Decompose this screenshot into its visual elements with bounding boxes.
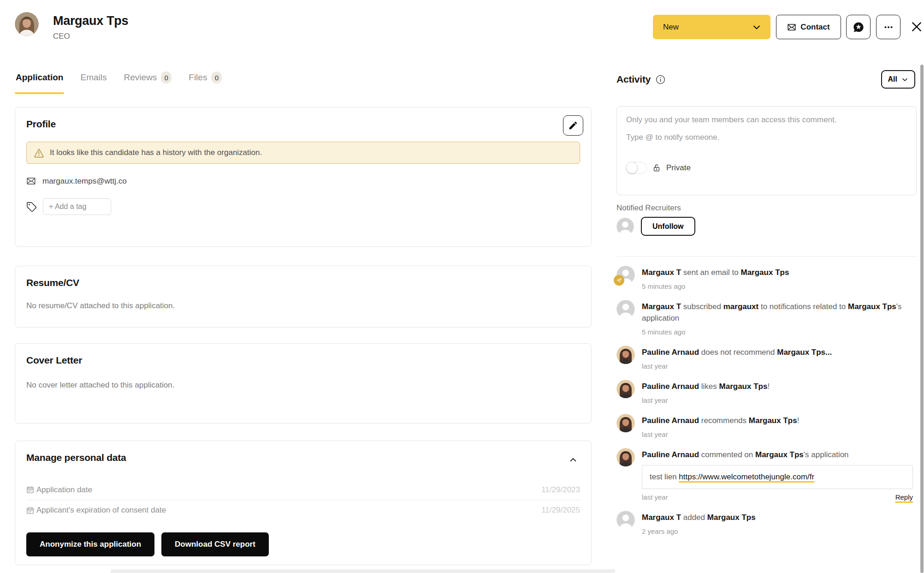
profile-title: Profile [26, 119, 580, 130]
candidate-role: CEO [53, 32, 128, 41]
resume-empty-text: No resume/CV attached to this applicatio… [26, 301, 580, 310]
cover-letter-empty-text: No cover letter attached to this applica… [26, 381, 580, 390]
activity-feed: Margaux T sent an email to Margaux Tps 5… [616, 266, 917, 535]
activity-comment-box: test lien https://www.welcometothejungle… [642, 465, 913, 489]
edit-profile-button[interactable] [563, 115, 583, 136]
consent-expiration-row: Applicant's expiration of consent date 1… [26, 500, 580, 520]
review-button[interactable] [846, 15, 871, 39]
candidate-photo [15, 12, 39, 36]
candidate-avatar [15, 12, 39, 36]
resume-title: Resume/CV [26, 277, 580, 288]
unfollow-button[interactable]: Unfollow [641, 217, 695, 236]
activity-avatar [616, 300, 635, 318]
application-date-row: Application date 11/29/2023 [26, 480, 580, 500]
collapse-section-button[interactable] [566, 453, 580, 467]
download-csv-button[interactable]: Download CSV report [161, 532, 269, 556]
warning-text: It looks like this candidate has a histo… [50, 148, 262, 157]
pauline-photo-avatar [616, 414, 635, 432]
reviews-count-badge: 0 [161, 72, 172, 84]
more-actions-button[interactable] [876, 15, 900, 39]
activity-item: Margaux T added Margaux Tps 2 years ago [616, 511, 917, 535]
tag-icon [26, 202, 37, 212]
scrollbar-thumb[interactable] [920, 65, 924, 573]
application-date-value: 11/29/2023 [541, 485, 580, 495]
activity-text: Margaux T added Margaux Tps [642, 512, 917, 523]
activity-timestamp: last year [642, 396, 668, 404]
personal-data-title: Manage personal data [26, 452, 126, 463]
chevron-up-icon [568, 455, 578, 465]
private-toggle[interactable] [626, 162, 647, 174]
composer-placeholder-2: Type @ to notify someone. [626, 132, 907, 143]
anonymize-button[interactable]: Anonymize this application [26, 532, 154, 556]
close-icon [911, 21, 923, 33]
activity-text: Margaux T subscribed margauxt to notific… [642, 301, 917, 324]
person-placeholder-icon [616, 218, 634, 235]
envelope-icon [26, 176, 36, 186]
pauline-photo-avatar [616, 380, 635, 398]
activity-item: Margaux T sent an email to Margaux Tps 5… [616, 266, 917, 290]
activity-avatar [616, 448, 635, 466]
activity-avatar [616, 414, 635, 432]
stage-dropdown-button[interactable]: New [653, 15, 770, 39]
activity-avatar [616, 511, 635, 529]
activity-title: Activity [616, 74, 651, 85]
consent-expiration-label: Applicant's expiration of consent date [36, 506, 166, 515]
files-count-badge: 0 [211, 72, 222, 84]
pauline-photo-avatar [616, 448, 635, 466]
comment-link[interactable]: https://www.welcometothejungle.com/fr [679, 472, 814, 481]
activity-timestamp: last year [642, 362, 668, 370]
activity-item: Pauline Arnaud does not recommend Margau… [616, 346, 917, 370]
candidate-email: margaux.temps@wttj.co [42, 177, 127, 186]
info-icon [655, 74, 666, 85]
activity-timestamp: 5 minutes ago [642, 328, 685, 336]
resume-card: Resume/CV No resume/CV attached to this … [15, 266, 592, 328]
edit-pencil-icon [568, 120, 578, 131]
personal-data-card: Manage personal data Application date 11… [15, 441, 592, 565]
tags-row [26, 198, 580, 215]
candidate-application-panel: Margaux Tps CEO New Contact Application … [0, 0, 924, 573]
comment-composer[interactable]: Only you and your team members can acces… [616, 106, 917, 195]
contact-label: Contact [800, 23, 829, 32]
activity-panel: Activity All Only you and your team memb… [616, 70, 917, 545]
activity-text: Pauline Arnaud commented on Margaux Tps'… [642, 449, 917, 460]
recruiter-avatar [616, 218, 634, 235]
activity-item: Pauline Arnaud commented on Margaux Tps'… [616, 448, 917, 501]
notified-recruiters-label: Notified Recruiters [616, 203, 917, 213]
activity-timestamp: last year [642, 430, 668, 438]
activity-item: Pauline Arnaud likes Margaux Tps! last y… [616, 380, 917, 404]
activity-timestamp: 5 minutes ago [642, 282, 685, 290]
activity-item: Margaux T subscribed margauxt to notific… [616, 300, 917, 336]
tab-files[interactable]: Files 0 [189, 72, 222, 84]
pauline-photo-avatar [616, 346, 635, 364]
calendar-icon [26, 507, 34, 514]
activity-timestamp: 2 years ago [642, 527, 678, 535]
reply-link[interactable]: Reply [895, 493, 913, 501]
activity-timestamp: last year [642, 493, 668, 501]
envelope-icon [787, 23, 796, 32]
chevron-down-icon [901, 76, 908, 83]
history-warning-banner: It looks like this candidate has a histo… [26, 142, 580, 164]
activity-text: Pauline Arnaud recommends Margaux Tps! [642, 415, 917, 426]
comment-text: test lien [650, 472, 679, 481]
person-placeholder-icon [616, 300, 635, 318]
tab-reviews[interactable]: Reviews 0 [124, 72, 172, 84]
tab-emails[interactable]: Emails [80, 72, 107, 83]
email-sent-badge [614, 275, 624, 286]
chat-star-icon [853, 21, 865, 33]
warning-triangle-icon [34, 148, 44, 158]
stage-label: New [663, 23, 679, 32]
tab-application[interactable]: Application [16, 72, 63, 83]
contact-button[interactable]: Contact [776, 15, 841, 39]
activity-item: Pauline Arnaud recommends Margaux Tps! l… [616, 414, 917, 438]
candidate-name: Margaux Tps [53, 14, 128, 28]
activity-text: Margaux T sent an email to Margaux Tps [642, 267, 917, 278]
add-tag-input[interactable] [43, 198, 111, 215]
activity-text: Pauline Arnaud does not recommend Margau… [642, 346, 917, 358]
cover-letter-card: Cover Letter No cover letter attached to… [15, 343, 592, 424]
activity-filter-button[interactable]: All [881, 70, 915, 89]
activity-avatar [616, 346, 635, 364]
consent-expiration-value: 11/29/2025 [541, 506, 580, 515]
cover-letter-title: Cover Letter [26, 355, 580, 366]
ellipsis-icon [883, 22, 894, 33]
close-button[interactable] [909, 19, 924, 34]
